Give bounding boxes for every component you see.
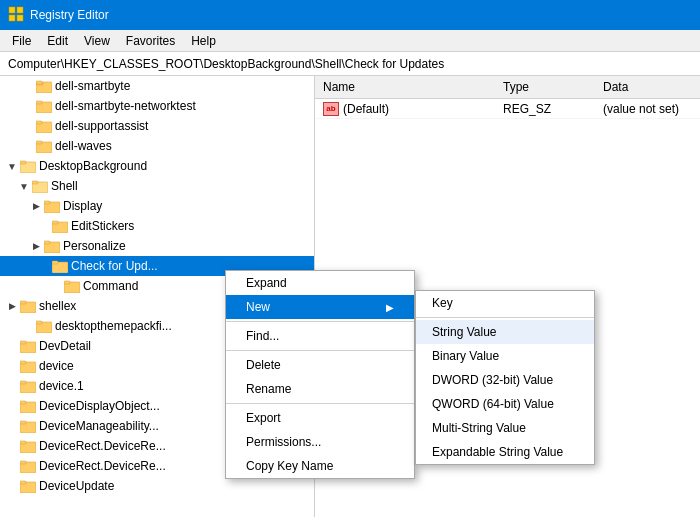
- menu-help[interactable]: Help: [183, 32, 224, 50]
- tree-label: shellex: [39, 299, 76, 313]
- svg-rect-36: [20, 381, 26, 384]
- ctx-copykeyname[interactable]: Copy Key Name: [226, 454, 414, 478]
- expand-icon: [36, 258, 52, 274]
- folder-open-icon: [20, 159, 36, 173]
- col-data-header: Data: [595, 78, 700, 96]
- expand-arrow-icon: ▼: [4, 158, 20, 174]
- tree-item-dell-supportassist[interactable]: dell-supportassist: [0, 116, 314, 136]
- menu-file[interactable]: File: [4, 32, 39, 50]
- detail-row-default[interactable]: ab (Default) REG_SZ (value not set): [315, 99, 700, 119]
- folder-icon: [52, 259, 68, 273]
- tree-label: DesktopBackground: [39, 159, 147, 173]
- svg-rect-42: [20, 441, 26, 444]
- menu-view[interactable]: View: [76, 32, 118, 50]
- svg-rect-22: [44, 241, 50, 244]
- svg-rect-1: [17, 7, 23, 13]
- tree-label: EditStickers: [71, 219, 134, 233]
- svg-rect-34: [20, 361, 26, 364]
- svg-rect-44: [20, 461, 26, 464]
- svg-rect-10: [36, 121, 42, 124]
- svg-rect-14: [20, 161, 26, 164]
- expand-icon: [20, 98, 36, 114]
- svg-rect-2: [9, 15, 15, 21]
- svg-rect-12: [36, 141, 42, 144]
- folder-icon: [36, 139, 52, 153]
- ctx-delete[interactable]: Delete: [226, 353, 414, 377]
- ctx-new[interactable]: New ▶: [226, 295, 414, 319]
- sub-string-value[interactable]: String Value: [416, 320, 594, 344]
- sub-qword-value[interactable]: QWORD (64-bit) Value: [416, 392, 594, 416]
- folder-icon: [20, 419, 36, 433]
- address-path: Computer\HKEY_CLASSES_ROOT\DesktopBackgr…: [8, 57, 444, 71]
- svg-rect-18: [44, 201, 50, 204]
- ctx-rename[interactable]: Rename: [226, 377, 414, 401]
- expand-icon: [4, 418, 20, 434]
- svg-rect-32: [20, 341, 26, 344]
- folder-icon: [36, 119, 52, 133]
- detail-cell-type: REG_SZ: [495, 100, 595, 118]
- tree-label: dell-supportassist: [55, 119, 148, 133]
- svg-rect-46: [20, 481, 26, 484]
- expand-arrow-icon: ▶: [28, 198, 44, 214]
- tree-label: Command: [83, 279, 138, 293]
- tree-label: dell-smartbyte: [55, 79, 130, 93]
- tree-item-dell-smartbyte[interactable]: dell-smartbyte: [0, 76, 314, 96]
- expand-arrow-icon: ▼: [16, 178, 32, 194]
- expand-icon: [4, 398, 20, 414]
- folder-icon: [20, 299, 36, 313]
- tree-item-dell-waves[interactable]: dell-waves: [0, 136, 314, 156]
- sub-key[interactable]: Key: [416, 291, 594, 315]
- title-bar-title: Registry Editor: [30, 8, 109, 22]
- menu-favorites[interactable]: Favorites: [118, 32, 183, 50]
- tree-item-shell[interactable]: ▼ Shell: [0, 176, 314, 196]
- col-type-header: Type: [495, 78, 595, 96]
- tree-item-personalize[interactable]: ▶ Personalize: [0, 236, 314, 256]
- ctx-find[interactable]: Find...: [226, 324, 414, 348]
- ctx-separator-3: [226, 403, 414, 404]
- folder-icon: [20, 459, 36, 473]
- sub-dword-value[interactable]: DWORD (32-bit) Value: [416, 368, 594, 392]
- tree-label: Check for Upd...: [71, 259, 158, 273]
- folder-icon: [52, 219, 68, 233]
- address-bar: Computer\HKEY_CLASSES_ROOT\DesktopBackgr…: [0, 52, 700, 76]
- menu-edit[interactable]: Edit: [39, 32, 76, 50]
- tree-item-display[interactable]: ▶ Display: [0, 196, 314, 216]
- title-bar: Registry Editor: [0, 0, 700, 30]
- tree-label: DeviceManageability...: [39, 419, 159, 433]
- folder-icon: [44, 239, 60, 253]
- tree-label: DeviceUpdate: [39, 479, 114, 493]
- svg-rect-40: [20, 421, 26, 424]
- tree-label: Personalize: [63, 239, 126, 253]
- svg-rect-20: [52, 221, 58, 224]
- reg-sz-icon: ab: [323, 102, 339, 116]
- sub-binary-value[interactable]: Binary Value: [416, 344, 594, 368]
- expand-icon: [48, 278, 64, 294]
- tree-label: Shell: [51, 179, 78, 193]
- details-rows: ab (Default) REG_SZ (value not set): [315, 99, 700, 119]
- svg-rect-8: [36, 101, 42, 104]
- expand-icon: [4, 338, 20, 354]
- tree-item-desktopbackground[interactable]: ▼ DesktopBackground: [0, 156, 314, 176]
- ctx-export[interactable]: Export: [226, 406, 414, 430]
- detail-cell-data: (value not set): [595, 100, 700, 118]
- expand-icon: [4, 478, 20, 494]
- sub-multi-string[interactable]: Multi-String Value: [416, 416, 594, 440]
- tree-label: dell-smartbyte-networktest: [55, 99, 196, 113]
- folder-open-icon: [32, 179, 48, 193]
- svg-rect-0: [9, 7, 15, 13]
- tree-item-editstickers[interactable]: EditStickers: [0, 216, 314, 236]
- ctx-expand[interactable]: Expand: [226, 271, 414, 295]
- tree-item-dell-smartbyte-networktest[interactable]: dell-smartbyte-networktest: [0, 96, 314, 116]
- svg-rect-16: [32, 181, 38, 184]
- tree-label: device.1: [39, 379, 84, 393]
- ctx-permissions[interactable]: Permissions...: [226, 430, 414, 454]
- tree-item-deviceupdate[interactable]: DeviceUpdate: [0, 476, 314, 496]
- folder-icon: [20, 339, 36, 353]
- sub-expandable-string[interactable]: Expandable String Value: [416, 440, 594, 464]
- detail-cell-name: ab (Default): [315, 100, 495, 118]
- expand-icon: [36, 218, 52, 234]
- expand-icon: [4, 438, 20, 454]
- folder-icon: [20, 399, 36, 413]
- tree-label: DeviceDisplayObject...: [39, 399, 160, 413]
- svg-rect-30: [36, 321, 42, 324]
